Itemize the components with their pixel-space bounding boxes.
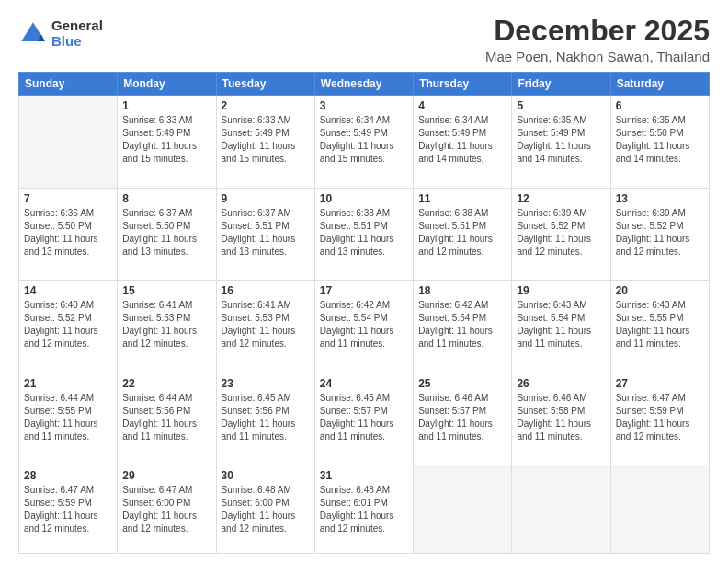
calendar-cell: 30Sunrise: 6:48 AMSunset: 6:00 PMDayligh… — [216, 465, 314, 554]
calendar-header-tuesday: Tuesday — [216, 73, 314, 96]
day-info: Sunrise: 6:44 AMSunset: 5:56 PMDaylight:… — [122, 392, 210, 443]
day-number: 14 — [24, 284, 112, 297]
calendar-header-saturday: Saturday — [610, 73, 709, 96]
calendar-week-row: 28Sunrise: 6:47 AMSunset: 5:59 PMDayligh… — [19, 465, 710, 554]
day-info: Sunrise: 6:34 AMSunset: 5:49 PMDaylight:… — [320, 114, 408, 166]
day-info: Sunrise: 6:37 AMSunset: 5:50 PMDaylight:… — [122, 207, 210, 259]
header: General Blue December 2025 Mae Poen, Nak… — [18, 15, 710, 64]
day-info: Sunrise: 6:40 AMSunset: 5:52 PMDaylight:… — [24, 299, 112, 350]
day-number: 6 — [616, 99, 704, 112]
day-number: 21 — [24, 377, 112, 390]
day-number: 18 — [418, 284, 506, 297]
calendar-cell — [512, 465, 610, 554]
day-number: 17 — [320, 284, 408, 297]
day-info: Sunrise: 6:45 AMSunset: 5:56 PMDaylight:… — [222, 392, 310, 443]
calendar-header-wednesday: Wednesday — [314, 73, 413, 96]
calendar-cell: 1Sunrise: 6:33 AMSunset: 5:49 PMDaylight… — [118, 96, 216, 189]
day-info: Sunrise: 6:48 AMSunset: 6:01 PMDaylight:… — [320, 484, 408, 535]
calendar-cell: 13Sunrise: 6:39 AMSunset: 5:52 PMDayligh… — [610, 188, 709, 281]
logo-general: General — [51, 18, 103, 34]
day-number: 23 — [222, 377, 310, 390]
calendar-week-row: 7Sunrise: 6:36 AMSunset: 5:50 PMDaylight… — [19, 188, 710, 281]
day-number: 1 — [122, 99, 210, 112]
calendar-header-friday: Friday — [512, 73, 610, 96]
calendar-cell: 18Sunrise: 6:42 AMSunset: 5:54 PMDayligh… — [414, 281, 512, 373]
day-info: Sunrise: 6:47 AMSunset: 6:00 PMDaylight:… — [122, 484, 210, 535]
day-info: Sunrise: 6:43 AMSunset: 5:54 PMDaylight:… — [517, 299, 605, 350]
calendar-cell: 17Sunrise: 6:42 AMSunset: 5:54 PMDayligh… — [314, 281, 413, 373]
day-number: 31 — [320, 469, 408, 482]
calendar-cell — [414, 465, 512, 554]
day-info: Sunrise: 6:45 AMSunset: 5:57 PMDaylight:… — [320, 392, 408, 443]
calendar-cell — [610, 465, 709, 554]
calendar-week-row: 1Sunrise: 6:33 AMSunset: 5:49 PMDaylight… — [19, 96, 710, 189]
calendar-cell: 26Sunrise: 6:46 AMSunset: 5:58 PMDayligh… — [512, 373, 610, 465]
day-info: Sunrise: 6:48 AMSunset: 6:00 PMDaylight:… — [222, 484, 310, 535]
day-info: Sunrise: 6:43 AMSunset: 5:55 PMDaylight:… — [616, 299, 704, 350]
day-info: Sunrise: 6:37 AMSunset: 5:51 PMDaylight:… — [222, 207, 310, 259]
main-title: December 2025 — [485, 15, 710, 47]
calendar-week-row: 14Sunrise: 6:40 AMSunset: 5:52 PMDayligh… — [19, 281, 710, 373]
calendar-cell: 24Sunrise: 6:45 AMSunset: 5:57 PMDayligh… — [314, 373, 413, 465]
day-number: 4 — [418, 99, 506, 112]
calendar-cell: 5Sunrise: 6:35 AMSunset: 5:49 PMDaylight… — [512, 96, 610, 189]
day-info: Sunrise: 6:42 AMSunset: 5:54 PMDaylight:… — [418, 299, 506, 350]
day-number: 2 — [222, 99, 310, 112]
day-info: Sunrise: 6:47 AMSunset: 5:59 PMDaylight:… — [24, 484, 112, 535]
day-info: Sunrise: 6:38 AMSunset: 5:51 PMDaylight:… — [320, 207, 408, 259]
calendar-cell: 21Sunrise: 6:44 AMSunset: 5:55 PMDayligh… — [19, 373, 118, 465]
day-number: 9 — [222, 192, 310, 205]
day-info: Sunrise: 6:35 AMSunset: 5:50 PMDaylight:… — [616, 114, 704, 166]
calendar-cell: 14Sunrise: 6:40 AMSunset: 5:52 PMDayligh… — [19, 281, 118, 373]
calendar-cell: 27Sunrise: 6:47 AMSunset: 5:59 PMDayligh… — [610, 373, 709, 465]
calendar-cell: 4Sunrise: 6:34 AMSunset: 5:49 PMDaylight… — [414, 96, 512, 189]
day-number: 25 — [418, 377, 506, 390]
calendar-cell: 10Sunrise: 6:38 AMSunset: 5:51 PMDayligh… — [314, 188, 413, 281]
day-info: Sunrise: 6:38 AMSunset: 5:51 PMDaylight:… — [418, 207, 506, 259]
calendar-cell: 16Sunrise: 6:41 AMSunset: 5:53 PMDayligh… — [216, 281, 314, 373]
day-number: 27 — [616, 377, 704, 390]
subtitle: Mae Poen, Nakhon Sawan, Thailand — [485, 49, 710, 64]
calendar-cell: 11Sunrise: 6:38 AMSunset: 5:51 PMDayligh… — [414, 188, 512, 281]
calendar-cell: 23Sunrise: 6:45 AMSunset: 5:56 PMDayligh… — [216, 373, 314, 465]
calendar-cell: 9Sunrise: 6:37 AMSunset: 5:51 PMDaylight… — [216, 188, 314, 281]
calendar-cell: 28Sunrise: 6:47 AMSunset: 5:59 PMDayligh… — [19, 465, 118, 554]
calendar-header-monday: Monday — [118, 73, 216, 96]
calendar-cell: 2Sunrise: 6:33 AMSunset: 5:49 PMDaylight… — [216, 96, 314, 189]
day-info: Sunrise: 6:46 AMSunset: 5:57 PMDaylight:… — [418, 392, 506, 443]
day-info: Sunrise: 6:35 AMSunset: 5:49 PMDaylight:… — [517, 114, 605, 166]
calendar-cell: 29Sunrise: 6:47 AMSunset: 6:00 PMDayligh… — [118, 465, 216, 554]
calendar-week-row: 21Sunrise: 6:44 AMSunset: 5:55 PMDayligh… — [19, 373, 710, 465]
logo-text: General Blue — [51, 18, 103, 49]
page: General Blue December 2025 Mae Poen, Nak… — [0, 0, 728, 563]
calendar-header-sunday: Sunday — [19, 73, 118, 96]
day-number: 12 — [517, 192, 605, 205]
day-number: 13 — [616, 192, 704, 205]
day-number: 5 — [517, 99, 605, 112]
day-info: Sunrise: 6:33 AMSunset: 5:49 PMDaylight:… — [222, 114, 310, 166]
calendar-cell: 12Sunrise: 6:39 AMSunset: 5:52 PMDayligh… — [512, 188, 610, 281]
calendar-cell: 7Sunrise: 6:36 AMSunset: 5:50 PMDaylight… — [19, 188, 118, 281]
day-info: Sunrise: 6:39 AMSunset: 5:52 PMDaylight:… — [616, 207, 704, 259]
logo-blue: Blue — [51, 34, 103, 50]
calendar-header-thursday: Thursday — [414, 73, 512, 96]
day-info: Sunrise: 6:39 AMSunset: 5:52 PMDaylight:… — [517, 207, 605, 259]
day-number: 22 — [122, 377, 210, 390]
calendar-cell: 6Sunrise: 6:35 AMSunset: 5:50 PMDaylight… — [610, 96, 709, 189]
day-number: 20 — [616, 284, 704, 297]
calendar-table: SundayMondayTuesdayWednesdayThursdayFrid… — [18, 72, 710, 554]
logo-icon — [18, 19, 48, 49]
title-section: December 2025 Mae Poen, Nakhon Sawan, Th… — [485, 15, 710, 64]
day-info: Sunrise: 6:42 AMSunset: 5:54 PMDaylight:… — [320, 299, 408, 350]
logo: General Blue — [18, 18, 103, 49]
day-number: 26 — [517, 377, 605, 390]
day-number: 24 — [320, 377, 408, 390]
day-number: 30 — [222, 469, 310, 482]
day-number: 15 — [122, 284, 210, 297]
calendar-cell: 25Sunrise: 6:46 AMSunset: 5:57 PMDayligh… — [414, 373, 512, 465]
day-number: 11 — [418, 192, 506, 205]
calendar-cell: 8Sunrise: 6:37 AMSunset: 5:50 PMDaylight… — [118, 188, 216, 281]
day-number: 7 — [24, 192, 112, 205]
day-info: Sunrise: 6:41 AMSunset: 5:53 PMDaylight:… — [122, 299, 210, 350]
calendar-cell: 20Sunrise: 6:43 AMSunset: 5:55 PMDayligh… — [610, 281, 709, 373]
